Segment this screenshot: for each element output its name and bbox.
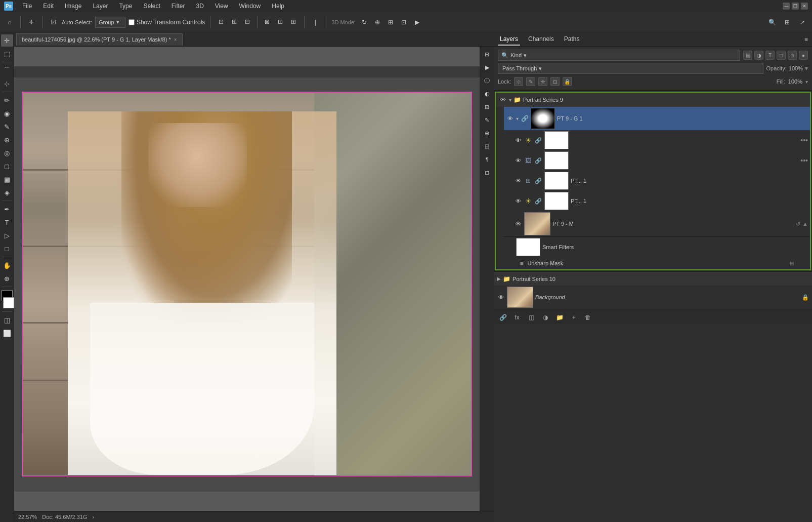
document-tab[interactable]: beautiful-1274056.jpg @ 22.6% (PT 9 - G … (16, 33, 183, 46)
more-icon-1[interactable]: ••• (800, 136, 808, 144)
distribute-1[interactable]: ⊠ (262, 16, 273, 27)
eye-icon-g1[interactable]: 👁 (506, 114, 514, 123)
background-color[interactable] (3, 297, 14, 308)
menu-select[interactable]: Select (141, 2, 162, 11)
hand-tool[interactable]: ✋ (1, 259, 13, 271)
layer-mask-icon[interactable]: ◫ (526, 312, 536, 323)
align-right-icon[interactable]: ⊟ (242, 16, 253, 27)
eye-icon-bg[interactable]: 👁 (497, 293, 505, 301)
filter-shape-icon[interactable]: □ (777, 51, 786, 60)
content-icon[interactable]: ⊡ (482, 167, 493, 178)
unsharp-row[interactable]: ≡ Unsharp Mask ⊞ (504, 257, 810, 269)
tab-close-button[interactable]: × (174, 37, 177, 43)
unsharp-settings[interactable]: ⊞ (790, 260, 794, 267)
home-icon[interactable]: ⌂ (4, 17, 15, 28)
show-transform-checkbox[interactable]: Show Transform Controls (129, 19, 205, 26)
filter-dot-icon[interactable]: ● (799, 51, 808, 60)
background-layer-row[interactable]: 👁 Background 🔒 (494, 286, 812, 309)
pt9-g1-header[interactable]: 👁 ▾ 🔗 PT 9 - G 1 (504, 107, 810, 130)
brush-tool[interactable]: ✎ (1, 121, 13, 133)
portrait-series-10-header[interactable]: ▶ 📁 Portrait Series 10 (494, 271, 812, 286)
layout-icon[interactable]: ⊞ (782, 17, 793, 28)
layers-icon[interactable]: ⊞ (482, 49, 493, 60)
more-icon-2[interactable]: ••• (800, 156, 808, 165)
link-layers-icon[interactable]: 🔗 (498, 312, 508, 323)
lock-position-icon[interactable]: ✛ (538, 77, 547, 86)
restore-button[interactable]: ❐ (792, 3, 799, 10)
new-layer-icon[interactable]: + (569, 312, 579, 323)
pen-tool[interactable]: ✒ (1, 203, 13, 215)
filter-type-dropdown[interactable]: 🔍 Kind ▾ (498, 50, 740, 61)
blend-mode-dropdown[interactable]: Pass Through ▾ (498, 63, 763, 74)
move-tool[interactable]: ✛ (1, 34, 13, 47)
align-center-icon[interactable]: ⊞ (229, 16, 240, 27)
filter-pixel-icon[interactable]: ▤ (743, 51, 752, 60)
menu-type[interactable]: Type (117, 2, 134, 11)
expand-arrow-ps10[interactable]: ▶ (497, 276, 501, 282)
quick-mask-tool[interactable]: ◫ (1, 314, 13, 326)
brightness-layer-2[interactable]: 👁 ☀ 🔗 PT... 1 (504, 191, 810, 211)
portrait-series-9-header[interactable]: 👁 ▾ 📁 Portrait Series 9 (496, 93, 810, 107)
blur-tool[interactable]: ◈ (1, 186, 13, 198)
filter-smart-icon[interactable]: ⊙ (788, 51, 797, 60)
eye-icon-bright1[interactable]: 👁 (514, 136, 522, 144)
group-dropdown[interactable]: Group ▾ (95, 17, 125, 28)
history-tool[interactable]: ◎ (1, 147, 13, 159)
menu-layer[interactable]: Layer (91, 2, 110, 11)
eye-icon-img[interactable]: 👁 (514, 156, 522, 165)
delete-layer-icon[interactable]: 🗑 (583, 312, 593, 323)
3d-camera-icon[interactable]: ▶ (411, 17, 422, 28)
image-adjustment-layer[interactable]: 👁 🖼 🔗 ••• (504, 150, 810, 171)
path-tool[interactable]: ▷ (1, 229, 13, 242)
move-tool-icon[interactable]: ✛ (26, 17, 37, 28)
eye-icon-pt9m[interactable]: 👁 (514, 220, 522, 228)
clone-tool[interactable]: ⊕ (1, 134, 13, 146)
layer-effects-icon[interactable]: fx (512, 312, 522, 323)
lock-artboard-icon[interactable]: ⊡ (550, 77, 560, 86)
pt9m-expand[interactable]: ▲ (802, 221, 808, 227)
color-icon[interactable]: ◐ (482, 88, 493, 99)
lock-transparent-icon[interactable]: ⊹ (514, 77, 523, 86)
3d-scale-icon[interactable]: ⊡ (398, 17, 409, 28)
crop-tool[interactable]: ⊹ (1, 77, 13, 90)
eye-icon-bright2[interactable]: 👁 (514, 197, 522, 205)
close-button[interactable]: ✕ (801, 3, 808, 10)
3d-icon[interactable]: | (310, 17, 321, 28)
zoom-tool[interactable]: ⊕ (1, 272, 13, 285)
3d-move-icon[interactable]: ⊞ (385, 17, 396, 28)
spot-heal-tool[interactable]: ◉ (1, 107, 13, 119)
eye-icon-smart1[interactable]: 👁 (514, 177, 522, 185)
3d-rotate-icon[interactable]: ↻ (359, 17, 370, 28)
pt9-m-row[interactable]: 👁 PT 9 - M ↺ ▲ (504, 211, 810, 236)
tab-channels[interactable]: Channels (526, 33, 556, 46)
unsharp-settings-icon[interactable]: ⊞ (790, 261, 794, 266)
info-icon[interactable]: ⓘ (482, 75, 493, 86)
search-icon[interactable]: 🔍 (766, 17, 778, 28)
select-tool[interactable]: ⬚ (1, 48, 13, 60)
menu-help[interactable]: Help (270, 2, 286, 11)
distribute-3[interactable]: ⊞ (288, 16, 299, 27)
panel-options-icon[interactable]: ≡ (804, 36, 808, 43)
filter-adjust-icon[interactable]: ◑ (754, 51, 763, 60)
type-tool[interactable]: T (1, 216, 13, 228)
share-icon[interactable]: ↗ (797, 17, 808, 28)
expand-arrow-g1[interactable]: ▾ (516, 116, 519, 122)
eyedropper-tool[interactable]: ✏ (1, 94, 13, 106)
shape-tool[interactable]: □ (1, 243, 13, 255)
adjustments-icon[interactable]: ⊕ (482, 128, 493, 139)
menu-file[interactable]: File (20, 2, 34, 11)
menu-3d[interactable]: 3D (194, 2, 205, 11)
eye-icon-ps9[interactable]: 👁 (499, 96, 507, 104)
menu-window[interactable]: Window (237, 2, 263, 11)
lasso-tool[interactable]: ⌒ (1, 64, 13, 76)
menu-filter[interactable]: Filter (169, 2, 187, 11)
play-icon[interactable]: ▶ (482, 62, 493, 73)
tab-layers[interactable]: Layers (498, 33, 520, 46)
expand-arrow-ps9[interactable]: ▾ (509, 97, 511, 103)
paragraph-icon[interactable]: ¶ (482, 154, 493, 165)
align-left-icon[interactable]: ⊡ (216, 16, 227, 27)
filter-type-icon[interactable]: T (765, 51, 775, 60)
eraser-tool[interactable]: ◻ (1, 160, 13, 172)
minimize-button[interactable]: — (783, 3, 790, 10)
adjustment-layer-icon[interactable]: ◑ (540, 312, 550, 323)
